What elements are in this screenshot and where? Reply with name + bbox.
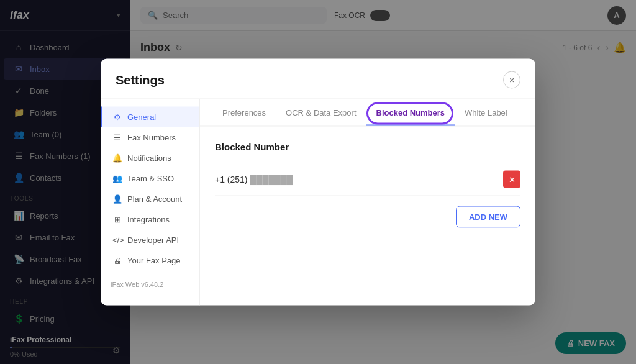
notifications-icon: 🔔: [112, 153, 122, 163]
modal-nav-fax-numbers[interactable]: ☰ Fax Numbers: [101, 127, 199, 148]
add-new-area: ADD NEW: [215, 196, 520, 228]
modal-close-button[interactable]: ×: [503, 71, 520, 89]
modal-version: iFax Web v6.48.2: [101, 271, 199, 298]
fax-numbers-nav-icon: ☰: [112, 133, 122, 142]
blocked-number-row: +1 (251) ███████ ✕: [215, 163, 520, 196]
modal-nav-plan-account[interactable]: 👤 Plan & Account: [101, 189, 199, 209]
general-icon: ⚙: [112, 112, 122, 122]
modal-sidebar-nav: ⚙ General ☰ Fax Numbers 🔔 Notifications …: [101, 99, 200, 306]
modal-nav-developer-api[interactable]: </> Developer API: [101, 230, 199, 250]
modal-nav-notifications[interactable]: 🔔 Notifications: [101, 148, 199, 168]
integrations-nav-icon: ⊞: [112, 215, 122, 224]
blocked-number-section-title: Blocked Number: [215, 142, 520, 152]
tab-ocr-data-export[interactable]: OCR & Data Export: [276, 99, 366, 126]
modal-content-area: Preferences OCR & Data Export Blocked Nu…: [200, 99, 535, 306]
modal-title: Settings: [116, 73, 165, 87]
settings-modal: Settings × ⚙ General ☰ Fax Numbers 🔔 Not…: [101, 59, 535, 306]
delete-blocked-number-button[interactable]: ✕: [503, 171, 520, 188]
number-masked: ███████: [250, 175, 293, 184]
blocked-numbers-panel: Blocked Number +1 (251) ███████ ✕ ADD NE…: [200, 127, 535, 306]
tab-blocked-numbers[interactable]: Blocked Numbers: [366, 99, 455, 126]
tab-preferences[interactable]: Preferences: [212, 99, 276, 126]
plan-account-icon: 👤: [112, 194, 122, 204]
modal-nav-general[interactable]: ⚙ General: [101, 107, 199, 127]
add-new-button[interactable]: ADD NEW: [456, 206, 520, 228]
team-sso-icon: 👥: [112, 174, 122, 183]
modal-nav-your-fax-page[interactable]: 🖨 Your Fax Page: [101, 250, 199, 271]
modal-tabs: Preferences OCR & Data Export Blocked Nu…: [200, 99, 535, 127]
fax-page-icon: 🖨: [112, 256, 122, 265]
modal-nav-integrations[interactable]: ⊞ Integrations: [101, 209, 199, 230]
modal-header: Settings ×: [101, 59, 535, 99]
tab-white-label[interactable]: White Label: [455, 99, 517, 126]
blocked-number-display: +1 (251) ███████: [215, 175, 503, 184]
developer-api-icon: </>: [112, 235, 122, 245]
modal-body: ⚙ General ☰ Fax Numbers 🔔 Notifications …: [101, 99, 535, 306]
modal-nav-team-sso[interactable]: 👥 Team & SSO: [101, 168, 199, 189]
